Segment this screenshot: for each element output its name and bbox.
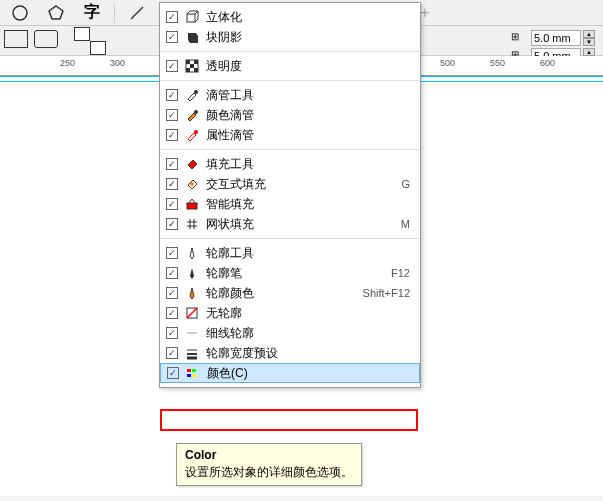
menu-label: 轮廓颜色 [206, 285, 357, 302]
checkbox-icon[interactable] [166, 31, 178, 43]
menu-label: 无轮廓 [206, 305, 404, 322]
svg-rect-43 [187, 374, 191, 377]
menu-label: 智能填充 [206, 196, 404, 213]
outline-tool-icon [184, 245, 200, 261]
checkbox-icon[interactable] [166, 307, 178, 319]
svg-rect-30 [187, 203, 197, 209]
width-preset-icon [184, 345, 200, 361]
menu-item-attr-eyedropper[interactable]: 属性滴管 [160, 125, 420, 145]
checkbox-icon[interactable] [166, 178, 178, 190]
polygon-tool[interactable] [40, 1, 72, 25]
fill-tool-icon [184, 156, 200, 172]
checkbox-icon[interactable] [166, 247, 178, 259]
svg-rect-23 [190, 64, 194, 68]
menu-item-mesh-fill[interactable]: 网状填充M [160, 214, 420, 234]
block-shadow-icon [184, 29, 200, 45]
menu-label: 轮廓宽度预设 [206, 345, 404, 362]
width-up[interactable]: ▲ [583, 30, 595, 38]
menu-item-no-outline[interactable]: 无轮廓 [160, 303, 420, 323]
transparency-icon [184, 58, 200, 74]
menu-label: 细线轮廓 [206, 325, 404, 342]
menu-item-block-shadow[interactable]: 块阴影 [160, 27, 420, 47]
menu-item-width-preset[interactable]: 轮廓宽度预设 [160, 343, 420, 363]
color-icon [185, 365, 201, 381]
menu-label: 滴管工具 [206, 87, 404, 104]
svg-rect-41 [187, 369, 191, 372]
menu-shortcut: G [401, 178, 414, 190]
checkbox-icon[interactable] [166, 11, 178, 23]
tooltip: Color 设置所选对象的详细颜色选项。 [176, 443, 362, 486]
hairline-icon [184, 325, 200, 341]
menu-shortcut: M [401, 218, 414, 230]
menu-label: 轮廓工具 [206, 245, 404, 262]
menu-item-hairline[interactable]: 细线轮廓 [160, 323, 420, 343]
checkbox-icon[interactable] [166, 129, 178, 141]
menu-item-outline-tool[interactable]: 轮廓工具 [160, 243, 420, 263]
tooltip-desc: 设置所选对象的详细颜色选项。 [185, 464, 353, 481]
menu-label: 交互式填充 [206, 176, 395, 193]
width-input[interactable] [531, 30, 581, 46]
svg-rect-25 [194, 68, 198, 72]
checkbox-icon[interactable] [166, 287, 178, 299]
menu-item-outline-pen[interactable]: 轮廓笔F12 [160, 263, 420, 283]
checkbox-icon[interactable] [166, 218, 178, 230]
menu-label: 轮廓笔 [206, 265, 385, 282]
svg-rect-21 [186, 60, 190, 64]
attr-eyedropper-icon [184, 127, 200, 143]
text-tool[interactable]: 字 [76, 1, 108, 25]
smart-fill-icon [184, 196, 200, 212]
checkbox-icon[interactable] [166, 60, 178, 72]
svg-line-36 [187, 308, 197, 318]
menu-item-eyedropper[interactable]: 滴管工具 [160, 85, 420, 105]
line-tool[interactable] [121, 1, 153, 25]
ellipse-tool[interactable] [4, 1, 36, 25]
menu-label: 填充工具 [206, 156, 404, 173]
svg-point-29 [190, 182, 194, 186]
tool-customize-menu: 立体化块阴影 透明度 滴管工具颜色滴管属性滴管 填充工具交互式填充G智能填充网状… [159, 2, 421, 388]
menu-label: 颜色滴管 [206, 107, 404, 124]
eyedropper-icon [184, 87, 200, 103]
svg-rect-44 [192, 374, 196, 377]
menu-item-extrude[interactable]: 立体化 [160, 7, 420, 27]
rect-shape[interactable] [4, 30, 28, 51]
checkbox-icon[interactable] [166, 158, 178, 170]
svg-rect-24 [186, 68, 190, 72]
checkbox-icon[interactable] [167, 367, 179, 379]
checkbox-icon[interactable] [166, 347, 178, 359]
svg-rect-42 [192, 369, 196, 372]
width-icon: ⊞ [511, 31, 529, 45]
width-down[interactable]: ▼ [583, 38, 595, 46]
outline-pen-icon [184, 265, 200, 281]
menu-shortcut: Shift+F12 [363, 287, 414, 299]
svg-point-28 [194, 130, 198, 134]
no-outline-icon [184, 305, 200, 321]
checkbox-icon[interactable] [166, 109, 178, 121]
svg-rect-14 [187, 14, 195, 22]
rounded-rect-shape[interactable] [34, 30, 58, 51]
checkbox-icon[interactable] [166, 327, 178, 339]
height-up[interactable]: ▲ [583, 48, 595, 56]
interactive-fill-icon [184, 176, 200, 192]
tooltip-title: Color [185, 448, 353, 462]
menu-label: 立体化 [206, 9, 404, 26]
checkbox-icon[interactable] [166, 89, 178, 101]
menu-item-color-eyedropper[interactable]: 颜色滴管 [160, 105, 420, 125]
menu-shortcut: F12 [391, 267, 414, 279]
menu-item-smart-fill[interactable]: 智能填充 [160, 194, 420, 214]
menu-label: 块阴影 [206, 29, 404, 46]
menu-item-fill-tool[interactable]: 填充工具 [160, 154, 420, 174]
svg-line-2 [131, 7, 143, 19]
checkbox-icon[interactable] [166, 267, 178, 279]
menu-label: 颜色(C) [207, 365, 403, 382]
svg-rect-22 [194, 60, 198, 64]
menu-item-interactive-fill[interactable]: 交互式填充G [160, 174, 420, 194]
svg-point-26 [194, 90, 198, 94]
menu-item-transparency[interactable]: 透明度 [160, 56, 420, 76]
color-eyedropper-icon [184, 107, 200, 123]
svg-point-27 [194, 110, 198, 114]
checkbox-icon[interactable] [166, 198, 178, 210]
menu-label: 网状填充 [206, 216, 395, 233]
menu-item-outline-color[interactable]: 轮廓颜色Shift+F12 [160, 283, 420, 303]
menu-item-color[interactable]: 颜色(C) [160, 363, 420, 383]
mesh-fill-icon [184, 216, 200, 232]
